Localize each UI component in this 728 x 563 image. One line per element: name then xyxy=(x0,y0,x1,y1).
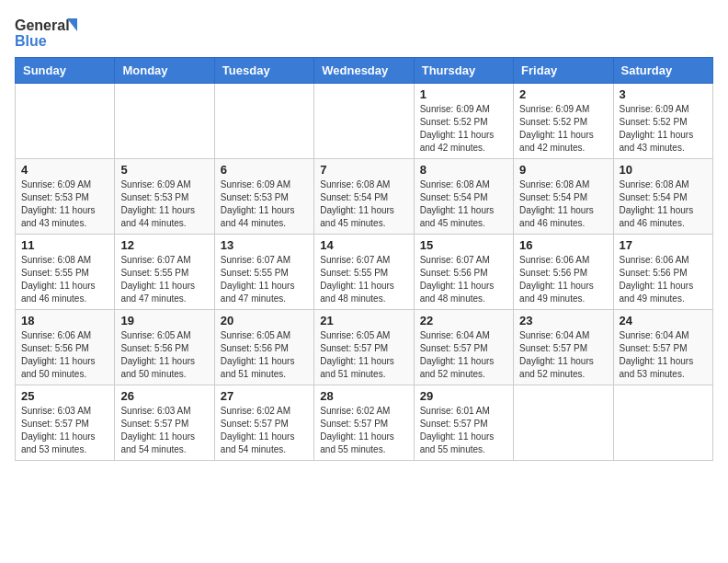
calendar-cell: 6Sunrise: 6:09 AM Sunset: 5:53 PM Daylig… xyxy=(214,159,313,235)
calendar-cell: 2Sunrise: 6:09 AM Sunset: 5:52 PM Daylig… xyxy=(514,84,613,159)
day-number: 1 xyxy=(420,87,507,101)
svg-text:Blue: Blue xyxy=(15,33,47,49)
calendar-cell: 23Sunrise: 6:04 AM Sunset: 5:57 PM Dayli… xyxy=(514,310,613,385)
day-number: 22 xyxy=(420,314,507,327)
day-number: 5 xyxy=(120,163,208,177)
day-number: 21 xyxy=(320,314,407,327)
calendar-week-3: 11Sunrise: 6:08 AM Sunset: 5:55 PM Dayli… xyxy=(16,235,713,310)
calendar-cell: 20Sunrise: 6:05 AM Sunset: 5:56 PM Dayli… xyxy=(214,310,313,385)
calendar-cell: 4Sunrise: 6:09 AM Sunset: 5:53 PM Daylig… xyxy=(16,159,115,235)
day-number: 20 xyxy=(221,314,308,327)
calendar-cell: 26Sunrise: 6:03 AM Sunset: 5:57 PM Dayli… xyxy=(115,385,214,461)
day-info: Sunrise: 6:08 AM Sunset: 5:54 PM Dayligh… xyxy=(320,178,407,230)
calendar-cell xyxy=(314,84,414,159)
day-info: Sunrise: 6:05 AM Sunset: 5:56 PM Dayligh… xyxy=(221,329,308,381)
calendar-cell xyxy=(115,84,214,159)
calendar-cell xyxy=(514,385,613,461)
day-info: Sunrise: 6:04 AM Sunset: 5:57 PM Dayligh… xyxy=(420,329,507,381)
day-info: Sunrise: 6:05 AM Sunset: 5:56 PM Dayligh… xyxy=(120,329,208,381)
calendar-cell: 22Sunrise: 6:04 AM Sunset: 5:57 PM Dayli… xyxy=(414,310,513,385)
logo: GeneralBlue xyxy=(15,15,79,50)
calendar-cell: 7Sunrise: 6:08 AM Sunset: 5:54 PM Daylig… xyxy=(314,159,414,235)
calendar-header-monday: Monday xyxy=(115,58,214,84)
calendar-cell: 24Sunrise: 6:04 AM Sunset: 5:57 PM Dayli… xyxy=(613,310,712,385)
calendar-cell: 18Sunrise: 6:06 AM Sunset: 5:56 PM Dayli… xyxy=(16,310,115,385)
day-info: Sunrise: 6:09 AM Sunset: 5:53 PM Dayligh… xyxy=(21,178,108,230)
day-number: 3 xyxy=(620,87,707,101)
day-info: Sunrise: 6:08 AM Sunset: 5:54 PM Dayligh… xyxy=(519,178,607,230)
day-info: Sunrise: 6:09 AM Sunset: 5:52 PM Dayligh… xyxy=(519,103,607,155)
calendar-header-saturday: Saturday xyxy=(613,58,712,84)
day-info: Sunrise: 6:07 AM Sunset: 5:55 PM Dayligh… xyxy=(120,254,208,305)
calendar-header-wednesday: Wednesday xyxy=(314,58,414,84)
day-info: Sunrise: 6:09 AM Sunset: 5:52 PM Dayligh… xyxy=(620,103,707,155)
calendar-week-5: 25Sunrise: 6:03 AM Sunset: 5:57 PM Dayli… xyxy=(16,385,713,461)
day-number: 13 xyxy=(221,238,308,252)
day-number: 17 xyxy=(620,238,707,252)
day-info: Sunrise: 6:06 AM Sunset: 5:56 PM Dayligh… xyxy=(519,254,607,305)
calendar-week-4: 18Sunrise: 6:06 AM Sunset: 5:56 PM Dayli… xyxy=(16,310,713,385)
calendar-cell: 10Sunrise: 6:08 AM Sunset: 5:54 PM Dayli… xyxy=(613,159,712,235)
calendar-cell xyxy=(16,84,115,159)
calendar-cell: 28Sunrise: 6:02 AM Sunset: 5:57 PM Dayli… xyxy=(314,385,414,461)
svg-text:General: General xyxy=(15,17,70,33)
day-info: Sunrise: 6:08 AM Sunset: 5:54 PM Dayligh… xyxy=(420,178,507,230)
day-number: 29 xyxy=(420,389,507,403)
day-info: Sunrise: 6:06 AM Sunset: 5:56 PM Dayligh… xyxy=(21,329,108,381)
day-number: 25 xyxy=(21,389,108,403)
day-number: 26 xyxy=(120,389,208,403)
calendar-week-1: 1Sunrise: 6:09 AM Sunset: 5:52 PM Daylig… xyxy=(16,84,713,159)
calendar-cell: 3Sunrise: 6:09 AM Sunset: 5:52 PM Daylig… xyxy=(613,84,712,159)
day-number: 4 xyxy=(21,163,108,177)
calendar-cell: 19Sunrise: 6:05 AM Sunset: 5:56 PM Dayli… xyxy=(115,310,214,385)
calendar-cell: 17Sunrise: 6:06 AM Sunset: 5:56 PM Dayli… xyxy=(613,235,712,310)
day-info: Sunrise: 6:07 AM Sunset: 5:55 PM Dayligh… xyxy=(221,254,308,305)
calendar-cell: 9Sunrise: 6:08 AM Sunset: 5:54 PM Daylig… xyxy=(514,159,613,235)
day-number: 10 xyxy=(620,163,707,177)
day-info: Sunrise: 6:07 AM Sunset: 5:56 PM Dayligh… xyxy=(420,254,507,305)
calendar-header-thursday: Thursday xyxy=(414,58,513,84)
day-info: Sunrise: 6:01 AM Sunset: 5:57 PM Dayligh… xyxy=(420,405,507,456)
day-number: 28 xyxy=(320,389,407,403)
day-number: 8 xyxy=(420,163,507,177)
calendar-cell: 16Sunrise: 6:06 AM Sunset: 5:56 PM Dayli… xyxy=(514,235,613,310)
day-info: Sunrise: 6:02 AM Sunset: 5:57 PM Dayligh… xyxy=(320,405,407,456)
calendar-cell: 29Sunrise: 6:01 AM Sunset: 5:57 PM Dayli… xyxy=(414,385,513,461)
day-number: 16 xyxy=(519,238,607,252)
calendar-cell: 27Sunrise: 6:02 AM Sunset: 5:57 PM Dayli… xyxy=(214,385,313,461)
calendar-header-friday: Friday xyxy=(514,58,613,84)
calendar-cell: 11Sunrise: 6:08 AM Sunset: 5:55 PM Dayli… xyxy=(16,235,115,310)
calendar-week-2: 4Sunrise: 6:09 AM Sunset: 5:53 PM Daylig… xyxy=(16,159,713,235)
calendar-cell xyxy=(214,84,313,159)
calendar-cell: 1Sunrise: 6:09 AM Sunset: 5:52 PM Daylig… xyxy=(414,84,513,159)
calendar-cell: 5Sunrise: 6:09 AM Sunset: 5:53 PM Daylig… xyxy=(115,159,214,235)
calendar-table: SundayMondayTuesdayWednesdayThursdayFrid… xyxy=(15,57,713,461)
day-number: 14 xyxy=(320,238,407,252)
day-info: Sunrise: 6:09 AM Sunset: 5:53 PM Dayligh… xyxy=(120,178,208,230)
day-number: 7 xyxy=(320,163,407,177)
day-number: 23 xyxy=(519,314,607,327)
calendar-header-tuesday: Tuesday xyxy=(214,58,313,84)
day-number: 19 xyxy=(120,314,208,327)
calendar-cell: 15Sunrise: 6:07 AM Sunset: 5:56 PM Dayli… xyxy=(414,235,513,310)
day-number: 15 xyxy=(420,238,507,252)
day-info: Sunrise: 6:05 AM Sunset: 5:57 PM Dayligh… xyxy=(320,329,407,381)
calendar-cell: 12Sunrise: 6:07 AM Sunset: 5:55 PM Dayli… xyxy=(115,235,214,310)
day-number: 12 xyxy=(120,238,208,252)
calendar-header-row: SundayMondayTuesdayWednesdayThursdayFrid… xyxy=(16,58,713,84)
day-number: 27 xyxy=(221,389,308,403)
day-info: Sunrise: 6:02 AM Sunset: 5:57 PM Dayligh… xyxy=(221,405,308,456)
day-info: Sunrise: 6:06 AM Sunset: 5:56 PM Dayligh… xyxy=(620,254,707,305)
day-info: Sunrise: 6:03 AM Sunset: 5:57 PM Dayligh… xyxy=(21,405,108,456)
day-info: Sunrise: 6:04 AM Sunset: 5:57 PM Dayligh… xyxy=(620,329,707,381)
day-info: Sunrise: 6:04 AM Sunset: 5:57 PM Dayligh… xyxy=(519,329,607,381)
day-number: 6 xyxy=(221,163,308,177)
calendar-cell: 14Sunrise: 6:07 AM Sunset: 5:55 PM Dayli… xyxy=(314,235,414,310)
calendar-cell: 8Sunrise: 6:08 AM Sunset: 5:54 PM Daylig… xyxy=(414,159,513,235)
calendar-cell: 21Sunrise: 6:05 AM Sunset: 5:57 PM Dayli… xyxy=(314,310,414,385)
day-info: Sunrise: 6:08 AM Sunset: 5:55 PM Dayligh… xyxy=(21,254,108,305)
day-number: 9 xyxy=(519,163,607,177)
day-number: 18 xyxy=(21,314,108,327)
day-info: Sunrise: 6:09 AM Sunset: 5:53 PM Dayligh… xyxy=(221,178,308,230)
calendar-cell: 25Sunrise: 6:03 AM Sunset: 5:57 PM Dayli… xyxy=(16,385,115,461)
